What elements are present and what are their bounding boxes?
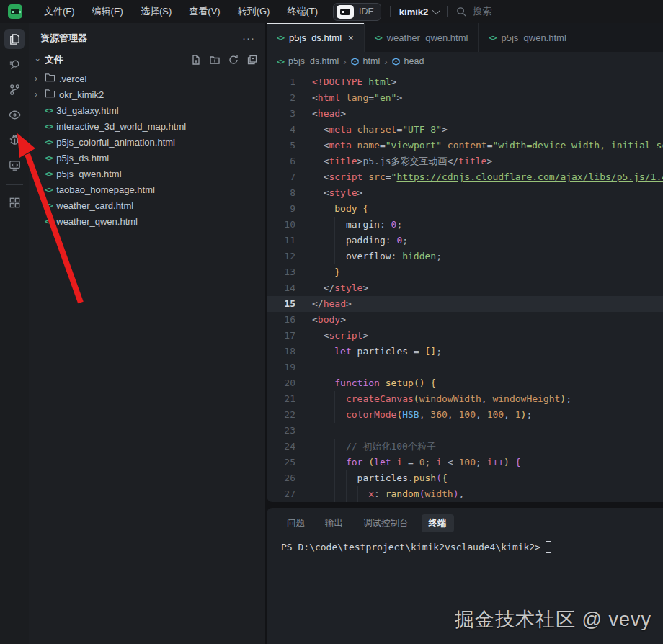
divider (447, 6, 448, 17)
line-number: 22 (267, 407, 295, 423)
search-box[interactable]: 搜索 (456, 5, 491, 18)
terminal-tab[interactable]: 调试控制台 (356, 514, 416, 532)
file-row[interactable]: <>p5js_ds.html (29, 150, 265, 166)
explorer-icon[interactable] (4, 29, 25, 49)
file-row[interactable]: <>p5js_colorful_animation.html (29, 134, 265, 150)
editor-tab[interactable]: <>p5js_qwen.html (479, 23, 577, 52)
breadcrumb-html[interactable]: html (363, 56, 381, 66)
collapse-all-icon[interactable] (246, 54, 258, 66)
breadcrumb[interactable]: <> p5js_ds.html › html › head (267, 52, 663, 71)
code-line[interactable]: 18let particles = []; (267, 344, 663, 359)
html-file-icon: <> (45, 138, 53, 147)
file-row[interactable]: <>weather_qwen.html (29, 213, 265, 229)
code-line[interactable]: 4<meta charset="UTF-8"> (267, 122, 663, 138)
new-folder-icon[interactable] (209, 54, 221, 66)
code-line[interactable]: 8<style> (267, 185, 663, 201)
code-line[interactable]: 3<head> (267, 106, 663, 122)
code-line[interactable]: 13} (267, 264, 663, 280)
code-line[interactable]: 10margin: 0; (267, 217, 663, 233)
ide-label: IDE (359, 6, 374, 17)
code-line[interactable]: 5<meta name="viewport" content="width=de… (267, 138, 663, 153)
code-line[interactable]: 22colorMode(HSB, 360, 100, 100, 1); (267, 407, 663, 423)
code-line[interactable]: 19 (267, 359, 663, 375)
menu-item[interactable]: 选择(S) (132, 0, 180, 23)
code-line[interactable]: 23 (267, 423, 663, 439)
code-line[interactable]: 11padding: 0; (267, 233, 663, 249)
code-line[interactable]: 24// 初始化100个粒子 (267, 439, 663, 455)
extensions-icon[interactable] (4, 192, 25, 213)
bug-icon[interactable] (4, 130, 25, 150)
html-file-icon: <> (277, 58, 284, 66)
file-row[interactable]: <>taobao_homepage.html (29, 182, 265, 197)
close-icon[interactable]: × (348, 32, 354, 43)
editor-tab[interactable]: <>p5js_ds.html× (267, 23, 365, 52)
code-line[interactable]: 12overflow: hidden; (267, 249, 663, 264)
code-line[interactable]: 6<title>p5.js多彩交互动画</title> (267, 153, 663, 169)
monitor-code-icon[interactable] (4, 155, 25, 175)
code-line[interactable]: 27x: random(width), (267, 486, 663, 502)
html-file-icon: <> (489, 34, 496, 42)
code-editor[interactable]: 1<!DOCTYPE html>2<html lang="en">3<head>… (267, 71, 663, 502)
menu-item[interactable]: 查看(V) (180, 0, 228, 23)
code-line[interactable]: 26particles.push({ (267, 470, 663, 486)
tab-label: p5js_ds.html (289, 32, 342, 43)
file-name: p5js_colorful_animation.html (56, 137, 175, 148)
app-logo-icon[interactable] (8, 4, 22, 19)
search-placeholder: 搜索 (473, 5, 491, 18)
refresh-icon[interactable] (228, 54, 239, 66)
code-line[interactable]: 14</style> (267, 280, 663, 296)
file-row[interactable]: <>interactive_3d_world_map.html (29, 118, 265, 134)
file-row[interactable]: <>3d_galaxy.html (29, 102, 265, 118)
terminal-tab[interactable]: 问题 (280, 514, 312, 532)
file-name: interactive_3d_world_map.html (56, 121, 186, 132)
terminal-tab[interactable]: 终端 (422, 514, 454, 532)
files-section-header[interactable]: › 文件 (29, 50, 265, 69)
ide-badge[interactable]: IDE (333, 3, 381, 21)
line-number: 27 (267, 486, 295, 502)
code-line[interactable]: 16<body> (267, 312, 663, 328)
terminal-tab[interactable]: 输出 (318, 514, 350, 532)
html-file-icon: <> (277, 34, 284, 42)
line-number: 8 (267, 185, 295, 201)
breadcrumb-head[interactable]: head (404, 56, 424, 66)
menu-item[interactable]: 编辑(E) (84, 0, 132, 23)
new-file-icon[interactable] (190, 54, 202, 66)
folder-icon (45, 89, 55, 100)
code-line[interactable]: 7<script src="https://cdnjs.cloudflare.c… (267, 169, 663, 185)
code-line[interactable]: 17<script> (267, 328, 663, 344)
more-actions-icon[interactable]: ··· (242, 35, 255, 41)
line-number: 21 (267, 391, 295, 407)
files-section-label: 文件 (45, 53, 190, 66)
title-bar: 文件(F)编辑(E)选择(S)查看(V)转到(G)终端(T)帮助(H) IDE … (0, 0, 663, 23)
menu-item[interactable]: 文件(F) (35, 0, 84, 23)
folder-row[interactable]: ›okr_kimik2 (29, 86, 265, 102)
folder-row[interactable]: ›.vercel (29, 71, 265, 86)
project-selector[interactable]: kimik2 (399, 6, 438, 17)
eye-icon[interactable] (4, 104, 25, 125)
source-control-icon[interactable] (4, 79, 25, 99)
search-sidebar-icon[interactable] (4, 54, 25, 74)
watermark: 掘金技术社区 @ vevy (455, 607, 651, 632)
code-line[interactable]: 25for (let i = 0; i < 100; i++) { (267, 455, 663, 470)
line-number: 12 (267, 249, 295, 264)
menu-item[interactable]: 终端(T) (278, 0, 326, 23)
line-number: 13 (267, 264, 295, 280)
activity-bar (0, 23, 29, 644)
line-number: 20 (267, 375, 295, 391)
html-file-icon: <> (45, 217, 53, 226)
file-row[interactable]: <>p5js_qwen.html (29, 166, 265, 182)
line-number: 16 (267, 312, 295, 328)
file-row[interactable]: <>weather_card.html (29, 197, 265, 213)
code-line[interactable]: 9body { (267, 201, 663, 217)
folder-name: .vercel (59, 73, 86, 84)
code-line[interactable]: 1<!DOCTYPE html> (267, 74, 663, 90)
code-line[interactable]: 15</head> (267, 296, 663, 312)
breadcrumb-file[interactable]: p5js_ds.html (288, 56, 339, 66)
terminal-content[interactable]: PS D:\code\testproject\kimik2vsclaude4\k… (267, 535, 663, 553)
line-number: 26 (267, 470, 295, 486)
menu-item[interactable]: 转到(G) (229, 0, 279, 23)
code-line[interactable]: 2<html lang="en"> (267, 90, 663, 106)
code-line[interactable]: 21createCanvas(windowWidth, windowHeight… (267, 391, 663, 407)
code-line[interactable]: 20function setup() { (267, 375, 663, 391)
editor-tab[interactable]: <>weather_qwen.html (365, 23, 479, 52)
